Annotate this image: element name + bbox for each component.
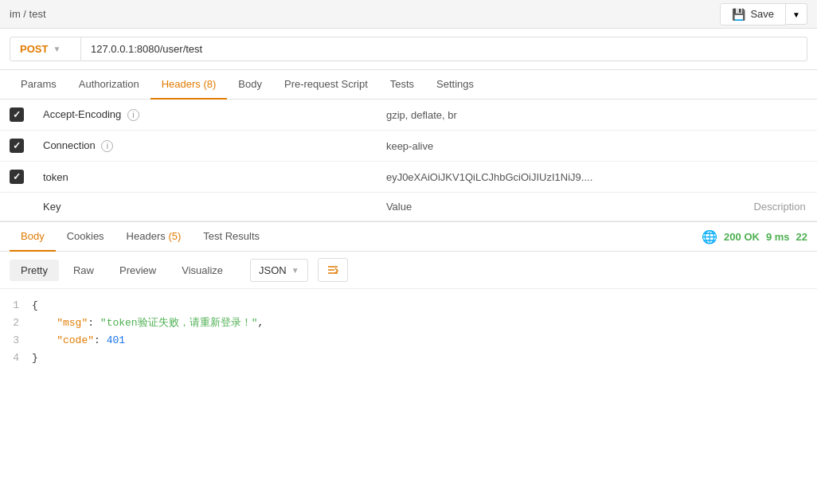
code-content: "code": 401: [32, 332, 809, 350]
format-select-chevron-icon: ▼: [291, 266, 299, 275]
placeholder-desc[interactable]: Description: [745, 193, 817, 221]
save-button[interactable]: 💾 Save: [720, 3, 786, 25]
top-bar: im / test 💾 Save ▼: [0, 0, 817, 29]
info-icon-2: i: [101, 140, 113, 152]
code-content: "msg": "token验证失败，请重新登录！",: [32, 315, 809, 332]
checkbox-cell[interactable]: [0, 100, 33, 131]
code-line-4: 4 }: [0, 350, 817, 367]
url-input[interactable]: [81, 37, 807, 61]
checkbox-cell[interactable]: [0, 131, 33, 162]
header-value-2: keep-alive: [386, 140, 433, 152]
response-time: 9 ms: [766, 231, 790, 243]
response-tab-headers[interactable]: Headers (5): [115, 222, 193, 252]
headers-table: Accept-Encoding i gzip, deflate, br Conn…: [0, 100, 817, 221]
header-value-cell: keep-alive: [377, 131, 745, 162]
header-key-cell: token: [33, 162, 377, 193]
code-content: {: [32, 297, 809, 315]
header-key-2: Connection: [43, 139, 96, 151]
tab-params[interactable]: Params: [10, 70, 68, 100]
url-bar: POST ▼: [0, 29, 817, 70]
tab-headers[interactable]: Headers (8): [150, 70, 228, 100]
chevron-down-icon: ▼: [792, 10, 800, 19]
line-number: 3: [8, 332, 32, 350]
save-label: Save: [750, 8, 774, 20]
response-size: 22: [796, 231, 807, 243]
response-code-area: 1 { 2 "msg": "token验证失败，请重新登录！", 3 "code…: [0, 289, 817, 375]
tab-tests[interactable]: Tests: [379, 70, 425, 100]
placeholder-value[interactable]: Value: [377, 193, 745, 221]
breadcrumb: im / test: [10, 8, 46, 20]
header-key-1: Accept-Encoding: [43, 108, 121, 120]
tab-pre-request[interactable]: Pre-request Script: [273, 70, 379, 100]
method-chevron-icon: ▼: [53, 45, 61, 53]
line-number: 2: [8, 315, 32, 332]
placeholder-row: Key Value Description: [0, 193, 817, 221]
code-line-1: 1 {: [0, 297, 817, 315]
header-value-3: eyJ0eXAiOiJKV1QiLCJhbGciOiJIUzI1NiJ9....: [386, 171, 592, 183]
breadcrumb-text: im / test: [10, 8, 46, 20]
header-desc-cell: [745, 162, 817, 193]
wrap-button[interactable]: [318, 258, 348, 282]
save-dropdown-button[interactable]: ▼: [786, 3, 807, 25]
method-label: POST: [20, 43, 48, 55]
checkbox-cell[interactable]: [0, 162, 33, 193]
info-icon-1: i: [127, 109, 139, 121]
response-tab-cookies[interactable]: Cookies: [56, 222, 115, 252]
table-row: token eyJ0eXAiOiJKV1QiLCJhbGciOiJIUzI1Ni…: [0, 162, 817, 193]
format-tab-preview[interactable]: Preview: [108, 260, 167, 281]
header-checkbox-2[interactable]: [10, 139, 24, 153]
tab-settings[interactable]: Settings: [425, 70, 485, 100]
header-key-3: token: [43, 171, 68, 183]
method-select[interactable]: POST ▼: [10, 37, 81, 61]
response-status: 🌐 200 OK 9 ms 22: [702, 229, 807, 244]
tab-body[interactable]: Body: [227, 70, 273, 100]
format-tab-pretty[interactable]: Pretty: [10, 260, 59, 281]
code-line-2: 2 "msg": "token验证失败，请重新登录！",: [0, 315, 817, 332]
status-ok: 200 OK: [724, 231, 760, 243]
response-tab-body[interactable]: Body: [10, 222, 56, 252]
line-number: 1: [8, 297, 32, 315]
response-tab-test-results[interactable]: Test Results: [192, 222, 271, 252]
header-desc-cell: [745, 131, 817, 162]
header-key-cell: Connection i: [33, 131, 377, 162]
wrap-icon: [326, 264, 339, 276]
response-headers-badge: (5): [168, 230, 181, 242]
response-tabs: Body Cookies Headers (5) Test Results 🌐 …: [0, 221, 817, 252]
header-checkbox-1[interactable]: [10, 107, 24, 122]
placeholder-key[interactable]: Key: [33, 193, 377, 221]
header-checkbox-3[interactable]: [10, 170, 24, 184]
tab-authorization[interactable]: Authorization: [68, 70, 150, 100]
code-content: }: [32, 350, 809, 367]
format-tab-raw[interactable]: Raw: [62, 260, 105, 281]
format-tab-visualize[interactable]: Visualize: [170, 260, 234, 281]
line-number: 4: [8, 350, 32, 367]
header-desc-cell: [745, 100, 817, 131]
headers-badge: (8): [203, 78, 216, 90]
header-value-cell: eyJ0eXAiOiJKV1QiLCJhbGciOiJIUzI1NiJ9....: [377, 162, 745, 193]
save-icon: 💾: [732, 8, 745, 21]
top-bar-actions: 💾 Save ▼: [720, 3, 807, 25]
code-line-3: 3 "code": 401: [0, 332, 817, 350]
header-value-1: gzip, deflate, br: [386, 109, 457, 121]
header-key-cell: Accept-Encoding i: [33, 100, 377, 131]
format-select[interactable]: JSON ▼: [250, 259, 308, 282]
request-tabs: Params Authorization Headers (8) Body Pr…: [0, 70, 817, 100]
table-row: Accept-Encoding i gzip, deflate, br: [0, 100, 817, 131]
checkbox-cell-placeholder: [0, 193, 33, 221]
format-bar: Pretty Raw Preview Visualize JSON ▼: [0, 252, 817, 289]
table-row: Connection i keep-alive: [0, 131, 817, 162]
header-value-cell: gzip, deflate, br: [377, 100, 745, 131]
globe-icon: 🌐: [702, 229, 717, 244]
format-select-label: JSON: [259, 264, 287, 276]
